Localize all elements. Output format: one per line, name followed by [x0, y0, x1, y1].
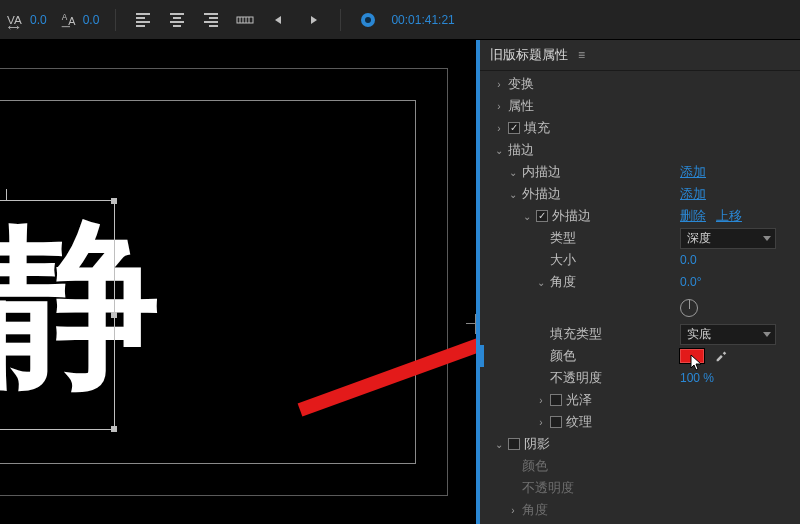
stroke-color-swatch[interactable]	[680, 349, 704, 363]
kerning-value[interactable]: 0.0	[30, 13, 47, 27]
align-center-icon[interactable]	[166, 9, 188, 31]
svg-rect-3	[237, 17, 253, 23]
inner-stroke[interactable]: ⌄内描边	[480, 163, 680, 181]
section-shadow[interactable]: ⌄阴影	[480, 435, 680, 453]
chevron-right-icon: ›	[508, 505, 518, 516]
outer-stroke[interactable]: ⌄外描边	[480, 185, 680, 203]
shadow-angle-label[interactable]: ›角度	[480, 501, 680, 519]
sheen-checkbox[interactable]	[550, 394, 562, 406]
section-transform[interactable]: ›变换	[480, 75, 680, 93]
stroke-type-dropdown[interactable]: 深度	[680, 228, 776, 249]
panel-header: 旧版标题属性 ≡	[480, 40, 800, 71]
texture-checkbox[interactable]	[550, 416, 562, 428]
chevron-down-icon: ⌄	[494, 439, 504, 450]
stroke-color-label: 颜色	[480, 347, 680, 365]
tab-stop-right-icon[interactable]	[302, 9, 324, 31]
chevron-down-icon: ⌄	[508, 167, 518, 178]
panel-title: 旧版标题属性	[490, 46, 568, 64]
stroke-opacity-label: 不透明度	[480, 369, 680, 387]
fill-checkbox[interactable]	[508, 122, 520, 134]
align-right-icon[interactable]	[200, 9, 222, 31]
baseline-tick	[6, 189, 7, 201]
align-left-icon[interactable]	[132, 9, 154, 31]
svg-text:A: A	[68, 15, 76, 27]
baseline-shift-control[interactable]: AA 0.0	[59, 9, 100, 31]
stroke-opacity-value[interactable]: 100 %	[680, 371, 714, 385]
chevron-down-icon: ⌄	[522, 211, 532, 222]
baseline-shift-icon: AA	[59, 9, 81, 31]
properties-panel: 旧版标题属性 ≡ ›变换 ›属性 ›填充 ⌄描边 ⌄内描边 添加 ⌄外描边 添加	[480, 40, 800, 524]
row-highlight	[480, 345, 484, 367]
outer-stroke-delete-link[interactable]: 删除	[680, 207, 706, 225]
stroke-type-label: 类型	[480, 229, 680, 247]
kerning-control[interactable]: VA 0.0	[6, 9, 47, 31]
section-fill[interactable]: ›填充	[480, 119, 680, 137]
fill-type-dropdown[interactable]: 实底	[680, 324, 776, 345]
toolbar-separator	[115, 9, 116, 31]
section-attributes[interactable]: ›属性	[480, 97, 680, 115]
outer-stroke-add-link[interactable]: 添加	[680, 185, 706, 203]
stroke-angle-value[interactable]: 0.0°	[680, 275, 702, 289]
timecode-display[interactable]: 00:01:41:21	[391, 13, 454, 27]
section-stroke[interactable]: ⌄描边	[480, 141, 680, 159]
kerning-icon: VA	[6, 9, 28, 31]
chevron-right-icon: ›	[494, 101, 504, 112]
stroke-size-label: 大小	[480, 251, 680, 269]
outer-stroke-moveup-link[interactable]: 上移	[716, 207, 742, 225]
texture-row[interactable]: ›纹理	[480, 413, 680, 431]
tab-stop-left-icon[interactable]	[268, 9, 290, 31]
chevron-right-icon: ›	[536, 417, 546, 428]
sheen-row[interactable]: ›光泽	[480, 391, 680, 409]
stroke-size-value[interactable]: 0.0	[680, 253, 697, 267]
chevron-down-icon: ⌄	[494, 145, 504, 156]
program-monitor[interactable]: 静	[0, 40, 480, 524]
svg-text:A: A	[61, 12, 67, 22]
shadow-opacity-label: 不透明度	[480, 479, 680, 497]
resize-handle[interactable]	[111, 312, 117, 318]
shadow-checkbox[interactable]	[508, 438, 520, 450]
anchor-crosshair	[472, 320, 480, 328]
text-selection-bbox[interactable]	[0, 200, 115, 430]
svg-text:VA: VA	[7, 13, 22, 26]
outer-stroke-item-checkbox[interactable]	[536, 210, 548, 222]
fill-type-label: 填充类型	[480, 325, 680, 343]
shadow-color-label: 颜色	[480, 457, 680, 475]
tab-ruler-icon[interactable]	[234, 9, 256, 31]
baseline-shift-value[interactable]: 0.0	[83, 13, 100, 27]
outer-stroke-item[interactable]: ⌄外描边	[480, 207, 680, 225]
eyedropper-icon[interactable]	[714, 348, 728, 365]
panel-menu-icon[interactable]: ≡	[578, 48, 585, 62]
inner-stroke-add-link[interactable]: 添加	[680, 163, 706, 181]
toolbar: VA 0.0 AA 0.0 00:01:41:21	[0, 0, 800, 40]
show-video-icon[interactable]	[357, 9, 379, 31]
chevron-down-icon: ⌄	[508, 189, 518, 200]
chevron-right-icon: ›	[536, 395, 546, 406]
stroke-angle-label[interactable]: ⌄角度	[480, 273, 680, 291]
chevron-down-icon: ⌄	[536, 277, 546, 288]
toolbar-separator-2	[340, 9, 341, 31]
svg-point-5	[365, 17, 371, 23]
chevron-right-icon: ›	[494, 123, 504, 134]
chevron-right-icon: ›	[494, 79, 504, 90]
angle-dial-icon[interactable]	[680, 299, 698, 317]
